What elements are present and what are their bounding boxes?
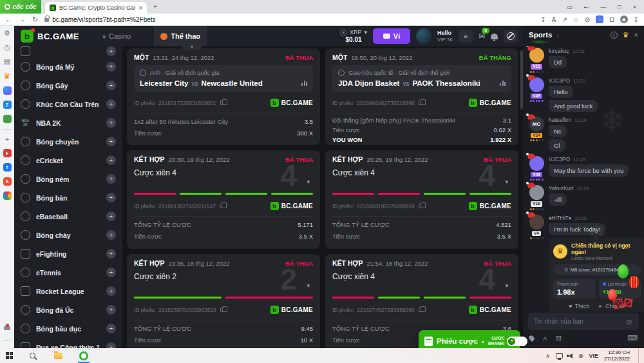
wallet-button[interactable]: Ví <box>373 28 410 44</box>
expand-plus-button[interactable]: + <box>106 305 116 315</box>
tray-expand-icon[interactable]: ∧ <box>545 353 550 359</box>
match-stats-icon[interactable] <box>301 81 307 86</box>
user-avatar[interactable] <box>416 28 431 44</box>
add-shortcut-icon[interactable]: + <box>5 135 9 143</box>
sidebar-item-cricket[interactable]: Bóng Gậy + <box>14 76 122 95</box>
chat-close-icon[interactable]: × <box>634 31 638 39</box>
chat-username[interactable]: hateafkm <box>549 117 571 123</box>
expand-caret-icon[interactable]: ▾ <box>505 282 508 289</box>
chat-username[interactable]: ♦HiTHiT♦ <box>549 215 571 221</box>
dice-game-icon[interactable]: ⚄ <box>556 335 562 342</box>
avatar[interactable] <box>529 185 544 200</box>
avatar[interactable] <box>529 77 544 92</box>
copy-icon[interactable] <box>419 101 422 105</box>
clock[interactable]: 12:30 CH 27/12/2022 <box>604 349 632 362</box>
taskbar-search-button[interactable] <box>25 349 39 363</box>
sidebar-item-partial[interactable]: + <box>14 46 122 57</box>
currency-selector[interactable]: ✕ XRP ▾ $0.01 <box>340 29 367 43</box>
sidebar-item-baseball[interactable]: Bóng chày + <box>14 226 122 244</box>
chat-username[interactable]: VJC3PO <box>549 156 570 162</box>
expand-plus-button[interactable]: + <box>106 193 116 202</box>
window-maximize-button[interactable]: □ <box>618 4 621 10</box>
volume-icon[interactable] <box>569 353 573 358</box>
expand-plus-button[interactable]: + <box>106 230 116 240</box>
sidebar-item-rugby[interactable]: Bóng bầu dục + <box>14 319 122 338</box>
language-indicator[interactable]: VIE <box>589 353 598 359</box>
zalo-icon[interactable]: Z <box>3 101 12 109</box>
expand-plus-button[interactable]: + <box>106 46 116 56</box>
avatar[interactable] <box>529 48 544 63</box>
sidebar-item-volleyball[interactable]: Bóng chuyền + <box>14 132 122 151</box>
tab-close-icon[interactable]: × <box>138 5 142 12</box>
window-minimize-button[interactable]: — <box>600 4 606 10</box>
expand-plus-button[interactable]: + <box>106 81 116 90</box>
sidebar-item-rocket-league[interactable]: Rocket League + <box>14 282 122 300</box>
expand-plus-button[interactable]: + <box>106 99 116 109</box>
site-bell-icon[interactable] <box>491 34 498 39</box>
expand-plus-button[interactable]: + <box>106 118 116 128</box>
quick-bet-toggle[interactable] <box>507 337 527 346</box>
rules-pencil-icon[interactable]: A <box>543 335 547 342</box>
expand-plus-button[interactable]: + <box>106 174 116 184</box>
tray-app-icon[interactable]: ⊗ <box>578 353 583 359</box>
notifications-bell-icon[interactable] <box>4 325 10 330</box>
coccoc-taskbar-button[interactable] <box>77 349 91 363</box>
sidebar-item-american-football[interactable]: Bóng đá Mỹ + <box>14 57 122 76</box>
forward-icon[interactable]: → <box>19 15 26 23</box>
sidebar-item-efighting[interactable]: eFighting + <box>14 244 122 263</box>
match-stats-icon[interactable] <box>500 81 506 86</box>
copy-icon[interactable] <box>419 204 422 208</box>
share-page-icon[interactable]: ↗ <box>562 16 567 23</box>
match-panel[interactable]: Giao hữu quốc tế · Giải vô địch thế giới… <box>332 65 511 92</box>
copy-icon[interactable] <box>419 308 422 312</box>
settings-gear-icon[interactable]: ⚙ <box>4 29 10 37</box>
expand-caret-icon[interactable]: ▾ <box>505 179 508 185</box>
expand-plus-button[interactable]: + <box>106 211 116 221</box>
expand-plus-button[interactable]: + <box>106 137 116 146</box>
reload-icon[interactable]: ↻ <box>32 15 38 24</box>
rain-feature-icon[interactable] <box>528 335 535 342</box>
expand-plus-button[interactable]: + <box>106 324 116 333</box>
expand-plus-button[interactable]: + <box>106 286 116 296</box>
show-desktop-button[interactable] <box>638 348 640 363</box>
more-options-icon[interactable]: ⋯ <box>4 336 11 344</box>
window-close-button[interactable]: × <box>633 4 636 10</box>
incognito-icon[interactable]: Ω <box>609 16 614 23</box>
url-field[interactable]: bc.game/vi/sports?bt-path=%2Fbets <box>44 16 155 23</box>
avatar[interactable] <box>529 215 544 230</box>
new-tab-button[interactable]: + <box>153 3 157 10</box>
chat-toggle-button[interactable] <box>504 30 518 43</box>
bcgame-logo[interactable]: b BC.GAME <box>21 30 79 43</box>
sidebar-item-etennis[interactable]: eTennis + <box>14 263 122 282</box>
messenger-icon[interactable] <box>3 86 12 95</box>
expand-plus-button[interactable]: + <box>106 155 116 165</box>
downloads-tray-icon[interactable]: ↧ <box>634 16 639 23</box>
tab-search-icon[interactable]: ⇠ <box>584 4 589 10</box>
chevron-right-icon[interactable]: › <box>556 32 558 39</box>
sidebar-item-ice-hockey[interactable]: Khúc Côn Cầu Trên Băng + <box>14 95 122 113</box>
expand-caret-icon[interactable]: ▾ <box>307 179 310 185</box>
header-collapse-button[interactable]: ▾ <box>182 43 202 50</box>
chat-room-title[interactable]: Sports <box>529 31 552 39</box>
like-button[interactable]: ♥Thích <box>569 303 589 309</box>
reading-list-icon[interactable]: ▤ <box>4 57 10 66</box>
rewards-crown-icon[interactable]: ♛ <box>4 72 11 81</box>
user-info[interactable]: Hello VIP 36 <box>437 30 453 43</box>
copy-icon[interactable] <box>220 204 223 208</box>
network-icon[interactable] <box>556 353 563 358</box>
copy-icon[interactable] <box>220 101 224 105</box>
nav-casino[interactable]: ♦ Casino <box>96 26 137 46</box>
sidebar-item-ebaseball[interactable]: eBaseball + <box>14 207 122 226</box>
sidebar-item-nba2k[interactable]: NBA 2K NBA 2K + <box>14 113 122 132</box>
download-extension-icon[interactable]: ↓ <box>596 15 603 23</box>
sidebar-item-aussie-rules[interactable]: Bóng đá Úc + <box>14 300 122 319</box>
history-icon[interactable]: ◷ <box>4 43 10 52</box>
lucky-ball-icon[interactable] <box>3 191 12 200</box>
sidebar-item-table-tennis[interactable]: Bóng bàn + <box>14 188 122 207</box>
info-icon[interactable]: i <box>611 32 618 39</box>
keyboard-icon[interactable]: ⌨ <box>627 334 638 342</box>
bet-list-button[interactable]: ≡ <box>459 30 473 43</box>
shopee-icon[interactable]: S <box>3 177 12 186</box>
match-panel[interactable]: Anh · Giải vô địch quốc gia Leicester Ci… <box>134 65 313 92</box>
game-center-icon[interactable] <box>3 115 12 123</box>
